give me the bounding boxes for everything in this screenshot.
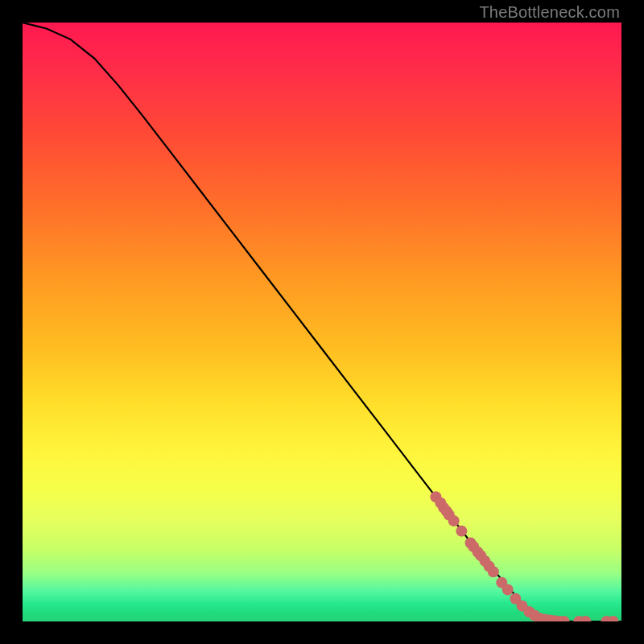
marker-dot — [448, 515, 460, 526]
marker-dot — [488, 566, 499, 577]
bottleneck-curve — [23, 23, 621, 621]
plot-area — [23, 23, 621, 621]
marker-dot — [456, 526, 467, 537]
watermark-text: TheBottleneck.com — [479, 3, 620, 22]
chart-frame: TheBottleneck.com — [0, 0, 644, 644]
marker-dot — [502, 584, 514, 596]
chart-svg — [23, 23, 621, 621]
marker-group — [430, 491, 618, 621]
